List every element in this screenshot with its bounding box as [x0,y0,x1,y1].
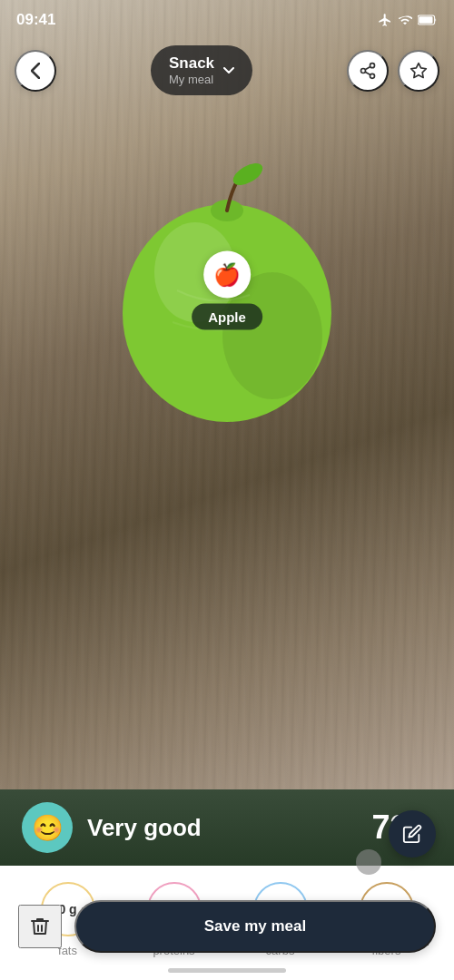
drag-handle [356,849,381,875]
airplane-icon [378,13,392,27]
save-button-label: Save my meal [204,917,306,936]
edit-button[interactable] [389,810,436,858]
trash-icon [29,916,51,937]
status-time: 09:41 [16,11,55,29]
food-name-badge: Apple [192,304,262,330]
food-name-text: Apple [208,309,246,325]
quality-label: Very good [87,814,202,842]
favorite-button[interactable] [398,50,439,92]
home-indicator [168,968,286,973]
battery-icon [418,15,438,25]
back-button[interactable] [15,50,56,92]
food-icon: 🍎 [203,251,251,299]
wifi-icon [398,13,412,27]
meal-sub-label: My meal [169,73,214,86]
chevron-down-icon [223,67,234,74]
svg-line-10 [365,72,370,74]
svg-point-8 [361,68,366,73]
svg-line-11 [365,66,370,69]
save-meal-button[interactable]: Save my meal [74,900,436,953]
bottom-actions: Save my meal [0,900,454,953]
back-icon [31,63,40,79]
pencil-icon [402,824,422,844]
food-label-overlay[interactable]: 🍎 Apple [192,251,262,330]
camera-view: 🍎 Apple [0,0,454,789]
top-nav: Snack My meal [0,45,454,95]
svg-point-7 [370,63,375,67]
share-button[interactable] [347,50,389,92]
svg-rect-6 [419,16,432,24]
result-summary: 😊 Very good 73 Cal [0,789,454,866]
svg-point-9 [370,74,375,78]
delete-button[interactable] [18,905,62,948]
nav-right-buttons [347,50,439,92]
apple-area: 🍎 Apple [86,118,368,463]
status-bar: 09:41 [0,0,454,40]
meal-pill-text: Snack My meal [169,54,214,86]
share-icon [359,62,377,80]
result-left: 😊 Very good [22,802,202,853]
meal-type-label: Snack [169,54,214,73]
star-icon [410,62,428,80]
quality-icon: 😊 [22,802,73,853]
status-icons [378,13,438,27]
meal-selector[interactable]: Snack My meal [151,45,252,95]
